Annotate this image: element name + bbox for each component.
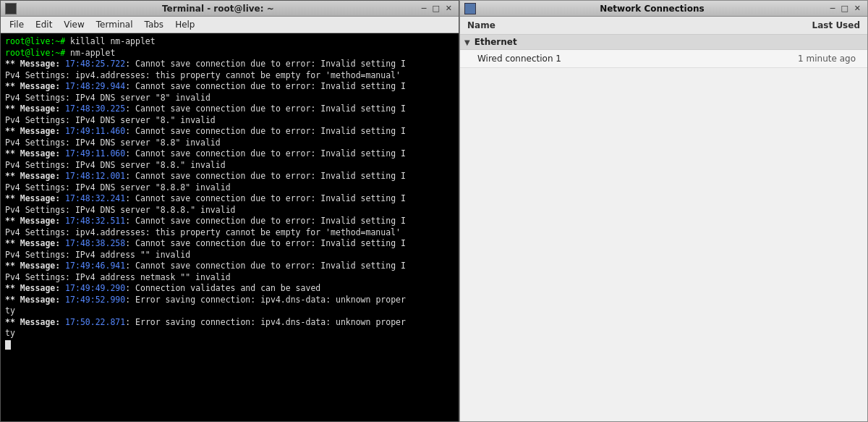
- terminal-menubar: File Edit View Terminal Tabs Help: [1, 17, 459, 33]
- terminal-line: ** Message: 17:48:32.241: Cannot save co…: [5, 193, 454, 216]
- terminal-title: Terminal - root@live: ~: [17, 4, 420, 14]
- menu-terminal[interactable]: Terminal: [90, 18, 139, 31]
- nc-expand-icon[interactable]: ▼: [464, 38, 470, 46]
- terminal-line: ** Message: 17:48:38.258: Cannot save co…: [5, 238, 454, 261]
- nc-column-headers: Name Last Used: [460, 17, 867, 35]
- nc-icon: [464, 3, 476, 14]
- terminal-cursor-line: [5, 339, 454, 351]
- network-connections-window: Network Connections ─ □ ✕ Name Last Used…: [459, 0, 868, 422]
- nc-lastused-column: Last Used: [809, 19, 863, 32]
- terminal-line: ** Message: 17:48:32.511: Cannot save co…: [5, 216, 454, 238]
- nc-list: ▼ Ethernet Wired connection 1 1 minute a…: [460, 35, 867, 421]
- terminal-controls[interactable]: ─ □ ✕: [420, 4, 454, 13]
- terminal-line: root@live:~# killall nm-applet: [5, 36, 454, 48]
- nc-minimize-button[interactable]: ─: [828, 4, 838, 13]
- terminal-line: ** Message: 17:49:46.941: Cannot save co…: [5, 261, 454, 283]
- terminal-line: ** Message: 17:49:11.060: Cannot save co…: [5, 148, 454, 171]
- terminal-body[interactable]: root@live:~# killall nm-applet root@live…: [1, 33, 459, 421]
- menu-edit[interactable]: Edit: [30, 18, 58, 31]
- terminal-line: ** Message: 17:49:11.460: Cannot save co…: [5, 126, 454, 148]
- menu-tabs[interactable]: Tabs: [139, 18, 170, 31]
- nc-name-column: Name: [464, 19, 498, 32]
- terminal-line: ** Message: 17:49:49.290: Connection val…: [5, 283, 454, 295]
- nc-maximize-button[interactable]: □: [838, 4, 850, 13]
- terminal-line: ** Message: 17:48:29.944: Cannot save co…: [5, 81, 454, 104]
- nc-titlebar: Network Connections ─ □ ✕: [460, 1, 867, 17]
- terminal-line: ** Message: 17:49:52.990: Error saving c…: [5, 295, 454, 317]
- terminal-line: ** Message: 17:50.22.871: Error saving c…: [5, 317, 454, 339]
- terminal-window: Terminal - root@live: ~ ─ □ ✕ File Edit …: [0, 0, 459, 422]
- terminal-icon: [5, 3, 17, 14]
- terminal-line: ** Message: 17:48:25.722: Cannot save co…: [5, 59, 454, 81]
- nc-connection-lastused: 1 minute ago: [798, 54, 856, 64]
- minimize-button[interactable]: ─: [420, 4, 429, 13]
- menu-help[interactable]: Help: [169, 18, 200, 31]
- nc-ethernet-section: ▼ Ethernet: [460, 35, 867, 50]
- menu-file[interactable]: File: [4, 18, 30, 31]
- terminal-line: ** Message: 17:48:30.225: Cannot save co…: [5, 104, 454, 126]
- close-button[interactable]: ✕: [443, 4, 454, 13]
- nc-connection-name: Wired connection 1: [477, 54, 561, 64]
- nc-title: Network Connections: [476, 4, 828, 14]
- terminal-titlebar: Terminal - root@live: ~ ─ □ ✕: [1, 1, 459, 17]
- terminal-line: ** Message: 17:48:12.001: Cannot save co…: [5, 171, 454, 193]
- nc-controls[interactable]: ─ □ ✕: [828, 4, 863, 13]
- maximize-button[interactable]: □: [430, 4, 441, 13]
- terminal-line: root@live:~# nm-applet: [5, 48, 454, 59]
- nc-section-label: Ethernet: [475, 37, 517, 47]
- right-pane: Network Connections ─ □ ✕ Name Last Used…: [459, 0, 868, 422]
- menu-view[interactable]: View: [58, 18, 90, 31]
- nc-close-button[interactable]: ✕: [852, 4, 863, 13]
- nc-connection-row[interactable]: Wired connection 1 1 minute ago: [460, 50, 867, 68]
